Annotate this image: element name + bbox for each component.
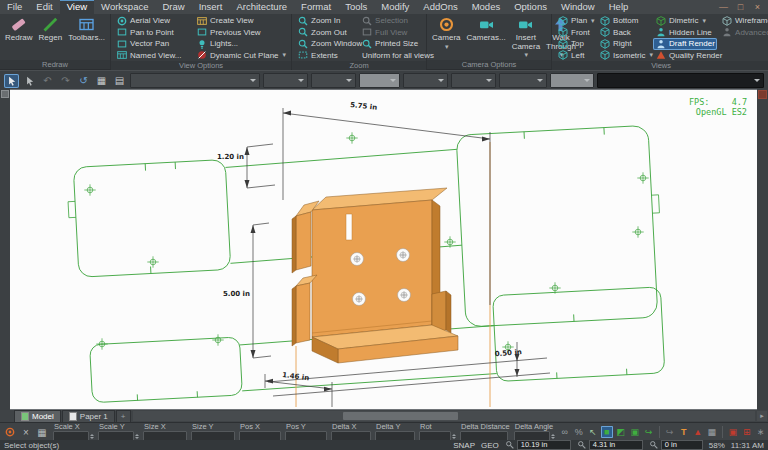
zoom-out-item[interactable]: Zoom Out bbox=[295, 27, 357, 39]
color-swatch-combo[interactable] bbox=[550, 73, 594, 88]
delta-angle-stepper[interactable] bbox=[551, 434, 555, 439]
snap-toggle[interactable]: SNAP bbox=[453, 441, 475, 450]
scroll-marker[interactable] bbox=[758, 90, 767, 99]
pan-to-point-item[interactable]: Pan to Point bbox=[114, 27, 192, 39]
right-view-item[interactable]: Right bbox=[597, 38, 651, 50]
clear-selection-button[interactable]: × bbox=[19, 425, 33, 439]
line-style-combo[interactable] bbox=[359, 73, 400, 88]
scroll-right-arrow[interactable]: ▸ bbox=[757, 411, 767, 421]
layer-name-field[interactable] bbox=[597, 73, 764, 88]
dynamic-cut-plane-item[interactable]: Dynamic Cut Plane bbox=[194, 50, 288, 62]
wireframe-item[interactable]: Wireframe bbox=[719, 15, 768, 27]
quality-render-item[interactable]: Quality Render bbox=[653, 50, 717, 62]
uniform-views-item[interactable]: Uniform for all views bbox=[359, 50, 425, 62]
menu-insert[interactable]: Insert bbox=[192, 0, 230, 14]
menu-options[interactable]: Options bbox=[507, 0, 554, 14]
toolbars-button[interactable]: Toolbars... bbox=[66, 15, 107, 60]
text-mode-icon[interactable]: T bbox=[678, 426, 690, 438]
menu-view[interactable]: View bbox=[60, 0, 94, 14]
top-view-item[interactable]: Top bbox=[555, 38, 595, 50]
regen-button[interactable]: Regen bbox=[37, 15, 65, 60]
style-combo[interactable] bbox=[130, 73, 260, 88]
scale-x-stepper[interactable] bbox=[90, 434, 94, 439]
selection-grid-button[interactable]: ▦ bbox=[35, 425, 49, 439]
rot-stepper[interactable] bbox=[452, 434, 456, 439]
left-view-item[interactable]: Left bbox=[555, 50, 595, 62]
x-coord-pin-icon[interactable] bbox=[505, 440, 515, 450]
grid-toggle-button[interactable]: ▦ bbox=[94, 74, 109, 88]
aerial-view-item[interactable]: Aerial View bbox=[114, 15, 192, 27]
tab-model[interactable]: Model bbox=[14, 410, 61, 422]
combo-6[interactable] bbox=[451, 73, 496, 88]
menu-edit[interactable]: Edit bbox=[29, 0, 59, 14]
dimetric-view-item[interactable]: Dimetric bbox=[653, 15, 717, 27]
redo-button[interactable]: ↷ bbox=[58, 74, 73, 88]
cursor-mode-icon[interactable]: ↖ bbox=[587, 426, 599, 438]
menu-architecture[interactable]: Architecture bbox=[229, 0, 294, 14]
arrow-mode-icon[interactable]: ↪ bbox=[643, 426, 655, 438]
hidden-line-item[interactable]: Hidden Line bbox=[653, 27, 717, 39]
drawing-canvas[interactable]: 5.75 in 1.20 in 5.00 in 1.46 in 0.50 in bbox=[10, 90, 757, 410]
restore-button[interactable]: □ bbox=[735, 1, 746, 14]
close-button[interactable]: × bbox=[752, 1, 763, 14]
cameras-button[interactable]: Cameras... bbox=[465, 15, 508, 60]
drawing-viewport[interactable]: 5.75 in 1.20 in 5.00 in 1.46 in 0.50 in … bbox=[10, 89, 757, 410]
building-mode-icon[interactable]: ▦ bbox=[706, 426, 718, 438]
zoom-in-item[interactable]: Zoom In bbox=[295, 15, 357, 27]
geo-toggle[interactable]: GEO bbox=[481, 441, 499, 450]
z-coord-field[interactable]: 0 in bbox=[661, 440, 703, 450]
previous-view-item[interactable]: Previous View bbox=[194, 27, 288, 39]
combo-3[interactable] bbox=[311, 73, 356, 88]
named-view-item[interactable]: Named View... bbox=[114, 50, 192, 62]
horizontal-scrollbar[interactable] bbox=[133, 411, 756, 421]
percent-mode-icon[interactable]: % bbox=[573, 426, 585, 438]
menu-modes[interactable]: Modes bbox=[465, 0, 508, 14]
menu-workspace[interactable]: Workspace bbox=[94, 0, 155, 14]
refresh-button[interactable]: ↺ bbox=[76, 74, 91, 88]
box-mode-icon[interactable]: ▣ bbox=[727, 426, 739, 438]
menu-draw[interactable]: Draw bbox=[155, 0, 191, 14]
add-sheet-tab[interactable]: + bbox=[116, 410, 131, 422]
zoom-window-item[interactable]: Zoom Window bbox=[295, 38, 357, 50]
left-scroll-strip[interactable] bbox=[0, 89, 10, 410]
grid-mode-icon[interactable]: ⊞ bbox=[741, 426, 753, 438]
extents-item[interactable]: Extents bbox=[295, 50, 357, 62]
combo-2[interactable] bbox=[263, 73, 308, 88]
select-tool-button[interactable] bbox=[4, 74, 19, 88]
menu-modify[interactable]: Modify bbox=[374, 0, 416, 14]
bracket-model[interactable] bbox=[292, 188, 458, 363]
create-view-item[interactable]: Create View bbox=[194, 15, 288, 27]
y-coord-field[interactable]: 4.31 in bbox=[589, 440, 643, 450]
scale-y-stepper[interactable] bbox=[135, 434, 139, 439]
z-coord-pin-icon[interactable] bbox=[649, 440, 659, 450]
vector-pan-item[interactable]: Vector Pan bbox=[114, 38, 192, 50]
undo-button[interactable]: ↶ bbox=[40, 74, 55, 88]
printed-size-item[interactable]: Printed Size bbox=[359, 38, 425, 50]
camera-button[interactable]: Camera bbox=[430, 15, 462, 60]
combo-7[interactable] bbox=[499, 73, 547, 88]
bottom-view-item[interactable]: Bottom bbox=[597, 15, 651, 27]
back-view-item[interactable]: Back bbox=[597, 27, 651, 39]
select-2d-mode-icon[interactable]: ■ bbox=[601, 426, 613, 438]
ruler-origin-button[interactable] bbox=[1, 90, 9, 98]
link-mode-icon[interactable]: ∞ bbox=[559, 426, 571, 438]
arrow-mode-disabled-icon[interactable]: ↪ bbox=[664, 426, 676, 438]
menu-window[interactable]: Window bbox=[554, 0, 602, 14]
right-scrollbar[interactable] bbox=[757, 89, 768, 410]
insert-camera-button[interactable]: Insert Camera bbox=[510, 15, 542, 60]
horizontal-scroll-thumb[interactable] bbox=[343, 412, 458, 420]
menu-format[interactable]: Format bbox=[294, 0, 338, 14]
y-coord-pin-icon[interactable] bbox=[577, 440, 587, 450]
layers-button[interactable]: ▤ bbox=[112, 74, 127, 88]
x-coord-field[interactable]: 10.19 in bbox=[517, 440, 571, 450]
menu-tools[interactable]: Tools bbox=[338, 0, 374, 14]
menu-file[interactable]: File bbox=[0, 0, 29, 14]
snap-compass-button[interactable] bbox=[3, 425, 17, 439]
edit-tool-button[interactable] bbox=[22, 74, 37, 88]
combo-5[interactable] bbox=[403, 73, 448, 88]
isometric-view-item[interactable]: Isometric bbox=[597, 50, 651, 62]
star-mode-icon[interactable]: ∗ bbox=[755, 426, 767, 438]
lights-item[interactable]: Lights... bbox=[194, 38, 288, 50]
menu-addons[interactable]: AddOns bbox=[416, 0, 464, 14]
menu-help[interactable]: Help bbox=[602, 0, 636, 14]
